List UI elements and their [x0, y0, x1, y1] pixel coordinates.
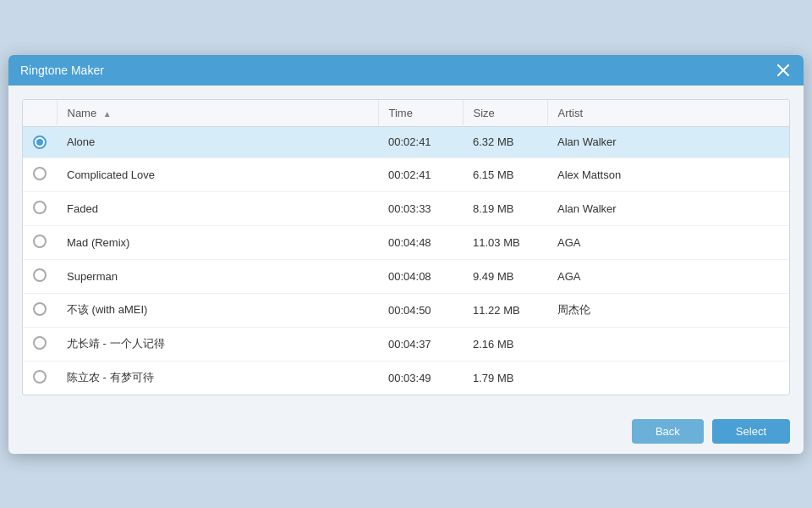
- radio-cell[interactable]: [23, 327, 57, 361]
- header-time: Time: [378, 100, 463, 127]
- back-button[interactable]: Back: [632, 419, 704, 444]
- radio-unselected-icon: [33, 302, 47, 316]
- header-checkbox: [23, 100, 57, 127]
- radio-cell[interactable]: [23, 361, 57, 395]
- song-size: 8.19 MB: [463, 191, 547, 225]
- song-artist: Alan Walker: [547, 191, 789, 225]
- song-name: Alone: [57, 126, 378, 157]
- header-artist: Artist: [547, 100, 789, 127]
- radio-cell[interactable]: [23, 225, 57, 259]
- footer: Back Select: [8, 409, 804, 454]
- radio-unselected-icon: [33, 235, 47, 248]
- radio-cell[interactable]: [23, 157, 57, 191]
- table-row[interactable]: Faded 00:03:33 8.19 MB Alan Walker: [23, 191, 789, 225]
- song-size: 11.03 MB: [463, 225, 547, 259]
- song-time: 00:04:50: [378, 293, 463, 327]
- song-size: 9.49 MB: [463, 259, 547, 293]
- content-area: Name ▲ Time Size Artist Alone 00:02:41 6…: [8, 86, 804, 409]
- main-window: Ringtone Maker Name ▲ Time Si: [8, 55, 804, 454]
- song-artist: 周杰伦: [547, 293, 789, 327]
- song-name: Superman: [57, 259, 378, 293]
- song-name: 陈立农 - 有梦可待: [57, 361, 378, 395]
- song-time: 00:03:33: [378, 191, 463, 225]
- table-row[interactable]: Complicated Love 00:02:41 6.15 MB Alex M…: [23, 157, 789, 191]
- song-name: Complicated Love: [57, 157, 378, 191]
- table-header-row: Name ▲ Time Size Artist: [23, 100, 789, 127]
- song-name: 尤长靖 - 一个人记得: [57, 327, 378, 361]
- window-title: Ringtone Maker: [20, 64, 104, 77]
- song-artist: AGA: [547, 225, 789, 259]
- header-size: Size: [463, 100, 547, 127]
- close-button[interactable]: [775, 62, 792, 79]
- table-row[interactable]: 不该 (with aMEI) 00:04:50 11.22 MB 周杰伦: [23, 293, 789, 327]
- song-list-body: Alone 00:02:41 6.32 MB Alan Walker Compl…: [23, 126, 789, 395]
- table-row[interactable]: Mad (Remix) 00:04:48 11.03 MB AGA: [23, 225, 789, 259]
- radio-unselected-icon: [33, 268, 47, 282]
- radio-cell[interactable]: [23, 126, 57, 157]
- song-name: 不该 (with aMEI): [57, 293, 378, 327]
- song-time: 00:04:37: [378, 327, 463, 361]
- radio-unselected-icon: [33, 167, 47, 180]
- song-artist: Alan Walker: [547, 126, 789, 157]
- radio-unselected-icon: [33, 370, 47, 384]
- song-time: 00:02:41: [378, 126, 463, 157]
- radio-cell[interactable]: [23, 259, 57, 293]
- select-button[interactable]: Select: [712, 419, 790, 444]
- song-artist: Alex Mattson: [547, 157, 789, 191]
- sort-arrow-icon: ▲: [103, 109, 112, 119]
- radio-cell[interactable]: [23, 191, 57, 225]
- titlebar: Ringtone Maker: [8, 55, 804, 86]
- radio-cell[interactable]: [23, 293, 57, 327]
- song-table-container: Name ▲ Time Size Artist Alone 00:02:41 6…: [22, 99, 790, 395]
- table-row[interactable]: 陈立农 - 有梦可待 00:03:49 1.79 MB: [23, 361, 789, 395]
- song-time: 00:04:48: [378, 225, 463, 259]
- radio-selected-icon: [33, 135, 47, 149]
- song-size: 1.79 MB: [463, 361, 547, 395]
- radio-unselected-icon: [33, 336, 47, 350]
- song-size: 11.22 MB: [463, 293, 547, 327]
- song-time: 00:04:08: [378, 259, 463, 293]
- table-row[interactable]: 尤长靖 - 一个人记得 00:04:37 2.16 MB: [23, 327, 789, 361]
- song-time: 00:02:41: [378, 157, 463, 191]
- table-row[interactable]: Alone 00:02:41 6.32 MB Alan Walker: [23, 126, 789, 157]
- song-size: 2.16 MB: [463, 327, 547, 361]
- song-time: 00:03:49: [378, 361, 463, 395]
- song-size: 6.15 MB: [463, 157, 547, 191]
- song-name: Faded: [57, 191, 378, 225]
- header-name[interactable]: Name ▲: [57, 100, 378, 127]
- radio-unselected-icon: [33, 201, 47, 214]
- song-artist: [547, 327, 789, 361]
- song-artist: [547, 361, 789, 395]
- table-row[interactable]: Superman 00:04:08 9.49 MB AGA: [23, 259, 789, 293]
- song-table: Name ▲ Time Size Artist Alone 00:02:41 6…: [23, 100, 789, 395]
- song-size: 6.32 MB: [463, 126, 547, 157]
- song-name: Mad (Remix): [57, 225, 378, 259]
- song-artist: AGA: [547, 259, 789, 293]
